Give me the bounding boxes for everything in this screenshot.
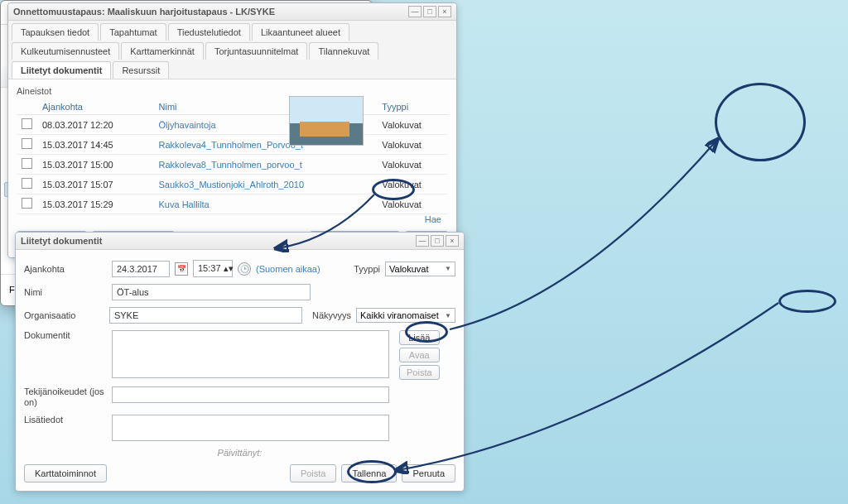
tab-tapahtumat[interactable]: Tapahtumat [100,23,166,41]
cell-tyyppi: Valokuvat [377,194,448,214]
row-checkbox[interactable] [22,158,32,169]
tekija-label: Tekijänoikeudet (jos on) [24,386,107,408]
cell-tyyppi: Valokuvat [377,135,448,155]
lisatiedot-label: Lisätiedot [24,415,107,425]
tab-tapauksen-tiedot[interactable]: Tapauksen tiedot [12,23,99,41]
row-checkbox[interactable] [22,178,32,189]
cell-nimi[interactable]: Rakkoleva8_Tunnholmen_porvoo_t [154,155,378,175]
row-checkbox[interactable] [22,118,32,129]
cell-tyyppi: Valokuvat [377,175,448,194]
tekija-field[interactable] [112,386,389,403]
cell-nimi[interactable]: Saukko3_Mustionjoki_Ahlroth_2010 [154,175,378,194]
cell-ajankohta: 15.03.2017 15:29 [37,194,154,214]
tab-likaantuneet-alueet[interactable]: Likaantuneet alueet [252,23,349,41]
minimize-icon[interactable]: — [416,235,429,247]
nakyvyys-select[interactable]: Kaikki viranomaiset [356,308,455,323]
titlebar[interactable]: Liitetyt dokumentit — □ × [16,233,464,250]
incident-window: Onnettomuustapaus: Maaliskuun harjoitust… [7,2,457,258]
dokumentit-label: Dokumentit [24,330,107,340]
tab-torjuntasuunnitelmat[interactable]: Torjuntasuunnitelmat [205,42,308,60]
table-row[interactable]: 08.03.2017 12:20ÖljyhavaintojaValokuvat [17,115,448,135]
row-checkbox[interactable] [22,138,32,149]
tab-kulkeutumisennusteet[interactable]: Kulkeutumisennusteet [12,42,119,60]
minimize-icon[interactable]: — [408,6,422,17]
calendar-icon[interactable]: 📅 [175,262,188,276]
peruuta-button[interactable]: Peruuta [402,464,455,482]
cell-ajankohta: 15.03.2017 15:00 [37,155,154,175]
ajankohta-label: Ajankohta [24,264,107,274]
tab-tiedustelutiedot[interactable]: Tiedustelutiedot [168,23,250,41]
cell-ajankohta: 08.03.2017 12:20 [37,115,154,135]
table-row[interactable]: 15.03.2017 15:29Kuva HalliltaValokuvat [17,194,448,214]
doc-poista-button[interactable]: Poista [399,365,440,380]
cell-tyyppi: Valokuvat [377,155,448,175]
titlebar[interactable]: Onnettomuustapaus: Maaliskuun harjoitust… [8,3,456,21]
maximize-icon[interactable]: □ [431,235,444,247]
tab-liitetyt-dokumentit[interactable]: Liitetyt dokumentit [12,61,111,79]
tab-karttamerkinn-t[interactable]: Karttamerkinnät [121,42,204,60]
nimi-field[interactable]: ÖT-alus [112,284,311,300]
table-row[interactable]: 15.03.2017 15:07Saukko3_Mustionjoki_Ahlr… [17,175,448,194]
timezone-note: (Suomen aikaa) [256,264,320,274]
aineistot-label: Aineistot [17,86,448,96]
table-row[interactable]: 15.03.2017 14:45Rakkoleva4_Tunnholmen_Po… [17,135,448,155]
table-row[interactable]: 15.03.2017 15:00Rakkoleva8_Tunnholmen_po… [17,155,448,175]
cell-ajankohta: 15.03.2017 15:07 [37,175,154,194]
paivittanyt-label: Päivittänyt: [24,448,455,458]
tabstrip: Tapauksen tiedotTapahtumatTiedustelutied… [8,21,456,79]
attached-docs-window: Liitetyt dokumentit — □ × Ajankohta 24.3… [15,232,465,492]
doc-avaa-button[interactable]: Avaa [399,348,440,362]
close-icon[interactable]: × [446,235,459,247]
close-icon[interactable]: × [438,6,451,17]
tab-tilannekuvat[interactable]: Tilannekuvat [309,42,378,60]
maximize-icon[interactable]: □ [423,6,436,17]
tyyppi-label: Tyyppi [354,264,380,274]
doc-lisaa-button[interactable]: Lisää [399,330,440,345]
karttatoiminnot-button[interactable]: Karttatoiminnot [24,464,107,482]
tab-resurssit[interactable]: Resurssit [113,61,169,79]
tyyppi-select[interactable]: Valokuvat [385,262,455,276]
col-ajankohta[interactable]: Ajankohta [37,99,154,115]
documents-table: Ajankohta Nimi Tyyppi 08.03.2017 12:20Öl… [17,99,448,214]
poista-button[interactable]: Poista [290,464,337,482]
lisatiedot-field[interactable] [112,415,389,441]
time-field[interactable]: 15:37 ▴▾ [193,260,233,277]
date-field[interactable]: 24.3.2017 [112,261,170,277]
ship-image-icon [289,96,364,146]
organisaatio-label: Organisaatio [24,310,104,320]
dokumentit-list[interactable] [112,330,389,378]
row-checkbox[interactable] [22,198,32,209]
cell-tyyppi: Valokuvat [377,115,448,135]
hae-link[interactable]: Hae [17,214,448,224]
col-tyyppi[interactable]: Tyyppi [377,99,448,115]
clock-icon[interactable]: 🕒 [238,262,251,276]
window-title: Onnettomuustapaus: Maaliskuun harjoitust… [13,7,275,17]
tallenna-button[interactable]: Tallenna [341,464,397,482]
nakyvyys-label: Näkyvyys [312,310,351,320]
window-title: Liitetyt dokumentit [21,236,102,246]
organisaatio-field[interactable]: SYKE [109,307,302,324]
cell-nimi[interactable]: Kuva Hallilta [154,194,378,214]
nimi-label: Nimi [24,287,107,297]
cell-ajankohta: 15.03.2017 14:45 [37,135,154,155]
